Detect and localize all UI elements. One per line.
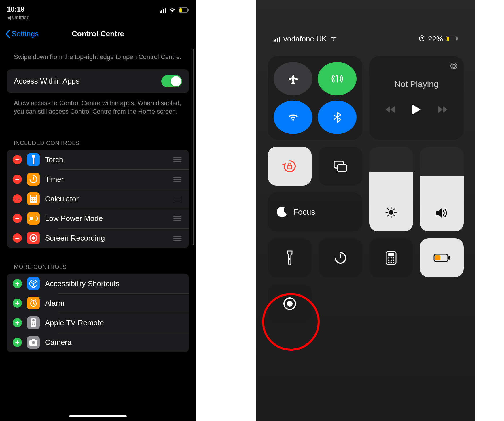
svg-point-27 [419, 35, 425, 41]
brightness-slider[interactable] [369, 147, 413, 231]
home-indicator[interactable] [69, 415, 127, 417]
svg-point-49 [388, 262, 390, 263]
included-controls-list: Torch Timer Calculator Low Power Mode [7, 150, 189, 248]
volume-slider[interactable] [420, 147, 464, 231]
screen-mirroring-icon [333, 160, 348, 173]
cellular-signal-icon [274, 37, 280, 42]
back-label: Settings [12, 29, 39, 38]
carrier-label: vodafone UK [283, 35, 327, 44]
screen-mirroring-tile[interactable] [319, 147, 362, 186]
access-within-apps-row[interactable]: Access Within Apps [7, 69, 189, 93]
row-appletv-remote[interactable]: Apple TV Remote [7, 313, 189, 333]
reorder-handle-icon[interactable] [173, 216, 183, 221]
cc-status-bar: vodafone UK 22% [268, 0, 464, 56]
connectivity-panel[interactable] [268, 56, 362, 140]
svg-point-51 [393, 262, 394, 263]
row-low-power[interactable]: Low Power Mode [7, 209, 189, 228]
reorder-handle-icon[interactable] [173, 236, 183, 241]
page-title: Control Centre [72, 29, 124, 38]
moon-icon [276, 206, 288, 218]
return-to-app-pill[interactable]: ◀ Untitled [7, 14, 30, 21]
remove-button[interactable] [13, 214, 22, 223]
bluetooth-toggle[interactable] [318, 101, 357, 134]
svg-point-48 [393, 259, 394, 261]
svg-rect-37 [338, 165, 347, 171]
record-icon [283, 297, 297, 311]
low-power-icon [27, 212, 40, 225]
reorder-handle-icon[interactable] [173, 197, 183, 201]
focus-tile[interactable]: Focus [268, 192, 362, 231]
calculator-icon [27, 192, 40, 205]
remove-button[interactable] [13, 233, 22, 243]
wifi-toggle[interactable] [274, 101, 312, 134]
remove-button[interactable] [13, 194, 22, 203]
more-controls-list: Accessibility Shortcuts Alarm Apple TV R… [7, 274, 189, 352]
svg-point-6 [31, 198, 32, 199]
scroll-indicator[interactable] [193, 49, 194, 245]
low-power-tile[interactable] [420, 238, 464, 277]
row-label: Accessibility Shortcuts [45, 279, 120, 288]
add-button[interactable] [13, 299, 22, 308]
svg-point-44 [391, 257, 392, 258]
empty-slot [420, 284, 464, 323]
svg-point-11 [35, 200, 36, 201]
svg-rect-1 [179, 8, 182, 12]
antenna-icon [331, 72, 344, 85]
svg-point-26 [32, 341, 35, 344]
svg-point-32 [336, 75, 338, 77]
apple-tv-remote-icon [27, 316, 40, 329]
svg-point-56 [287, 301, 293, 307]
add-button[interactable] [13, 338, 22, 347]
row-camera[interactable]: Camera [7, 333, 189, 352]
add-button[interactable] [13, 279, 22, 288]
svg-rect-13 [30, 217, 33, 220]
empty-slot [369, 284, 413, 323]
camera-icon [27, 336, 40, 349]
timer-tile[interactable] [319, 238, 362, 277]
torch-icon [27, 153, 40, 166]
included-controls-header: INCLUDED CONTROLS [0, 124, 196, 150]
svg-point-24 [32, 324, 33, 325]
back-button[interactable]: Settings [5, 29, 39, 38]
reorder-handle-icon[interactable] [173, 157, 183, 162]
reorder-handle-icon[interactable] [173, 177, 183, 182]
svg-point-16 [32, 236, 35, 240]
media-panel[interactable]: Not Playing [369, 56, 464, 140]
torch-icon [286, 250, 294, 265]
calculator-tile[interactable] [369, 238, 413, 277]
row-screen-recording[interactable]: Screen Recording [7, 228, 189, 248]
rotation-lock-tile[interactable] [268, 147, 312, 186]
add-button[interactable] [13, 318, 22, 327]
row-torch[interactable]: Torch [7, 150, 189, 169]
rewind-button[interactable] [385, 105, 395, 116]
torch-tile[interactable] [268, 238, 312, 277]
accessibility-icon [27, 277, 40, 290]
bluetooth-icon [331, 111, 344, 124]
play-button[interactable] [412, 104, 421, 117]
cellular-data-toggle[interactable] [318, 62, 357, 95]
status-time: 10:19 [7, 5, 30, 13]
row-accessibility[interactable]: Accessibility Shortcuts [7, 274, 189, 293]
row-calculator[interactable]: Calculator [7, 189, 189, 209]
screen-recording-tile[interactable] [268, 284, 312, 323]
remove-button[interactable] [13, 175, 22, 184]
access-within-apps-toggle[interactable] [161, 75, 182, 87]
airplane-mode-toggle[interactable] [274, 62, 312, 95]
alarm-icon [27, 297, 40, 309]
wifi-icon [287, 111, 300, 124]
airplay-icon[interactable] [449, 61, 458, 73]
svg-rect-31 [457, 37, 458, 40]
svg-point-23 [34, 323, 35, 324]
svg-point-45 [393, 257, 394, 258]
return-to-app-label: Untitled [12, 15, 30, 21]
remove-button[interactable] [13, 155, 22, 164]
hint-access: Allow access to Control Centre within ap… [0, 93, 196, 124]
row-label: Alarm [45, 299, 65, 308]
low-power-icon [433, 254, 450, 262]
svg-rect-28 [421, 37, 423, 39]
row-alarm[interactable]: Alarm [7, 293, 189, 313]
chevron-left-icon [5, 30, 10, 38]
forward-button[interactable] [437, 105, 448, 116]
row-timer[interactable]: Timer [7, 169, 189, 189]
svg-rect-53 [435, 255, 440, 260]
